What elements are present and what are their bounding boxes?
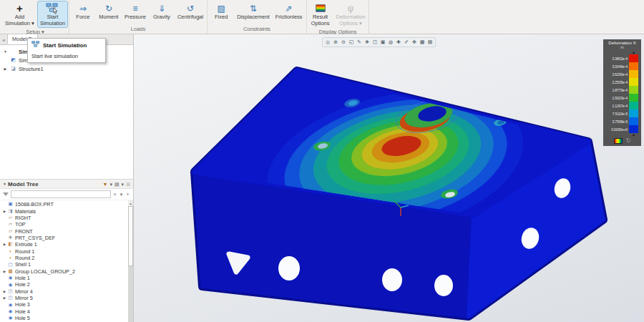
simulation-tree-row[interactable]: ▶ ◪ Structure1 — [0, 64, 133, 73]
expander-icon[interactable]: ▶ — [3, 67, 8, 71]
saved-orientations-icon[interactable]: ❖ — [364, 39, 371, 46]
tree-item-label: FRONT — [14, 228, 33, 235]
perspective-icon[interactable]: ◍ — [387, 39, 394, 46]
model-tree-filter-row: × ▾ + — [0, 189, 133, 200]
tree-item-label: 15088-BOX.PRT — [14, 201, 54, 208]
legend-row: 1.5023e-4 — [605, 94, 640, 102]
force-icon: ⇒ — [79, 2, 87, 14]
tree-row[interactable]: ▢ Shell 1 — [0, 261, 133, 268]
datum-plane-icon: ▱ — [7, 215, 14, 220]
tree-row[interactable]: ✛ PRT_CSYS_DEF — [0, 235, 133, 241]
tree-row[interactable]: ◉ Hole 2 — [0, 281, 133, 288]
tree-columns-dropdown-icon[interactable]: ▾ — [122, 182, 125, 187]
legend-color-band — [629, 125, 638, 133]
datum-display-icon[interactable]: ✚ — [395, 39, 402, 46]
filter-clear-icon[interactable]: × — [112, 192, 117, 197]
filter-funnel-icon[interactable] — [3, 192, 9, 196]
normal-orientation-icon[interactable]: ✎ — [356, 39, 363, 46]
tree-row[interactable]: ▶ ▩ Group LOCAL_GROUP_2 — [0, 268, 133, 274]
group-label-constraints: Constraints — [209, 24, 304, 34]
tree-item-label: Hole 3 — [14, 301, 30, 308]
legend-min-arrow[interactable]: ▼ — [629, 133, 638, 137]
legend-row: 1.1267e-4 — [605, 102, 640, 109]
tree-row[interactable]: ▶ ◧ Extrude 1 — [0, 241, 133, 248]
tree-item-label: Hole 2 — [14, 281, 30, 288]
scrollbar-thumb[interactable] — [128, 206, 133, 266]
tree-row[interactable]: ▶ ◨ Materials — [0, 208, 133, 214]
repaint-icon[interactable]: ◱ — [348, 39, 355, 46]
tree-row[interactable]: ▶ ◫ Mirror 5 — [0, 295, 133, 301]
deformation-options-label: Deformation Options ▾ — [336, 14, 366, 26]
tree-item-label: Hole 5 — [14, 315, 30, 321]
tree-columns-icon[interactable]: ▤ — [114, 182, 119, 187]
zoom-refit-icon[interactable]: ◎ — [324, 39, 331, 46]
start-simulation-label: Start Simulation — [40, 14, 65, 26]
legend-spectrum-icon[interactable] — [614, 138, 623, 144]
tree-item-label: Extrude 1 — [14, 241, 37, 248]
expander-icon[interactable]: ▶ — [2, 243, 7, 246]
tree-filter-icon[interactable]: ▼ — [103, 182, 108, 187]
tree-row[interactable]: ◉ Hole 5 — [0, 315, 133, 321]
expander-icon[interactable]: ▶ — [2, 290, 7, 293]
zoom-out-icon[interactable]: ⊖ — [340, 39, 347, 46]
expander-icon[interactable]: ▶ — [2, 296, 7, 300]
filter-add-icon[interactable]: + — [125, 192, 130, 197]
annotation-display-icon[interactable]: ✐ — [403, 39, 410, 46]
scroll-up-icon[interactable]: ▴ — [128, 200, 133, 206]
deformation-options-button[interactable]: ψ Deformation Options ▾ — [334, 1, 368, 27]
simulation-tree-label: Structure1 — [19, 66, 44, 72]
ribbon: + Add Simulation ▾ Start Simulation — [0, 0, 644, 34]
centrifugal-button[interactable]: ↺ Centrifugal — [175, 1, 205, 21]
view-manager-icon[interactable]: ◫ — [371, 39, 379, 46]
chevron-down-icon[interactable]: ▼ — [3, 182, 6, 186]
tree-row[interactable]: ◉ Hole 3 — [0, 301, 133, 308]
tree-row[interactable]: ◖ Round 2 — [0, 255, 133, 261]
panel-collapse-icon[interactable]: « — [1, 38, 7, 44]
exploded-view-icon[interactable]: ▦ — [419, 39, 426, 46]
model-3d-view[interactable] — [134, 34, 644, 322]
add-simulation-button[interactable]: + Add Simulation ▾ — [3, 1, 36, 27]
start-simulation-button[interactable]: Start Simulation — [38, 1, 67, 27]
tree-row[interactable]: ◉ Hole 1 — [0, 275, 133, 281]
tree-settings-icon[interactable]: ⊞ — [126, 182, 130, 187]
tree-row[interactable]: ▱ TOP — [0, 221, 133, 228]
simulation-display-icon[interactable]: ▤ — [426, 39, 434, 46]
legend-max-arrow[interactable]: ▲ — [629, 50, 638, 54]
pressure-button[interactable]: ≡ Pressure — [122, 1, 148, 21]
expander-icon[interactable]: ▶ — [2, 270, 7, 273]
expander-icon[interactable]: ▶ — [2, 210, 7, 213]
ribbon-group-setup: + Add Simulation ▾ Start Simulation — [1, 0, 69, 34]
tree-row[interactable]: ▱ RIGHT — [0, 215, 133, 221]
fixed-button[interactable]: ▨ Fixed — [209, 1, 233, 21]
tree-filter-input[interactable] — [11, 190, 111, 198]
display-style-icon[interactable]: ▣ — [379, 39, 386, 46]
tree-row[interactable]: ▶ ◫ Mirror 4 — [0, 288, 133, 294]
tree-filter-dropdown-icon[interactable]: ▾ — [109, 182, 112, 187]
force-button[interactable]: ⇒ Force — [71, 1, 95, 21]
legend-color-band — [629, 86, 638, 94]
legend-refresh-icon[interactable]: ↻ — [626, 138, 631, 144]
tree-row[interactable]: ▣ 15088-BOX.PRT — [0, 201, 133, 208]
filter-dropdown-icon[interactable]: ▾ — [119, 192, 124, 197]
gravity-button[interactable]: ⇓ Gravity — [150, 1, 174, 21]
expander-icon[interactable]: ▼ — [3, 49, 8, 54]
tree-row[interactable]: ▱ FRONT — [0, 228, 133, 234]
displacement-icon: ⇅ — [250, 2, 257, 14]
legend-value: 0.0000e+0 — [605, 127, 629, 132]
simulation-tree: ▼ Simulation ◩ Simulation1 ▶ ◪ Structure — [0, 45, 133, 179]
tree-scrollbar[interactable]: ▴ — [128, 200, 133, 322]
graphics-viewport[interactable]: ◎ ⊕ ⊖ ◱ ✎ ❖ ◫ ▣ ◍ ✚ — [134, 34, 644, 322]
tree-row[interactable]: ◉ Hole 4 — [0, 308, 133, 315]
result-options-button[interactable]: Result Options — [308, 1, 333, 27]
tooltip-subtitle: Start live simulation — [31, 53, 102, 59]
spin-center-icon[interactable]: ✥ — [411, 39, 418, 46]
hole-icon: ◉ — [7, 283, 14, 288]
legend-row: 3.0046e-4 — [605, 62, 640, 70]
tree-row[interactable]: ◖ Round 1 — [0, 248, 133, 254]
moment-button[interactable]: ↻ Moment — [97, 1, 121, 21]
frictionless-button[interactable]: ⇗ Frictionless — [273, 1, 305, 21]
csys-icon: ✛ — [7, 235, 14, 240]
displacement-button[interactable]: ⇅ Displacement — [235, 1, 271, 21]
zoom-in-icon[interactable]: ⊕ — [332, 39, 339, 46]
legend-color-band — [629, 78, 638, 86]
